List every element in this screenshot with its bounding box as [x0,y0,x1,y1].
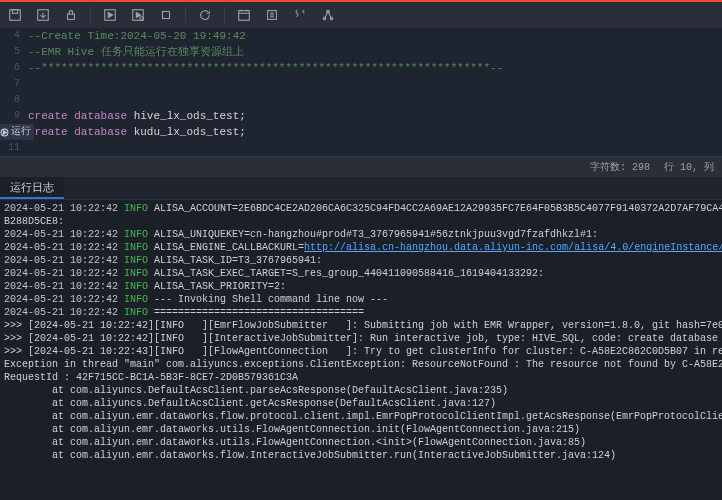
svg-rect-7 [163,12,170,19]
code-editor[interactable]: 4--Create Time:2024-05-20 19:49:425--EMR… [0,28,722,157]
schedule-icon[interactable] [235,6,253,24]
run-marked-icon[interactable] [129,6,147,24]
log-tabs: 运行日志 [0,177,722,200]
toolbar [0,0,722,28]
separator [185,7,186,23]
graph-icon[interactable] [319,6,337,24]
svg-rect-8 [239,11,250,21]
svg-rect-1 [12,10,17,14]
separator [90,7,91,23]
svg-rect-0 [10,10,21,21]
refresh-icon[interactable] [196,6,214,24]
tab-run-log[interactable]: 运行日志 [0,177,64,199]
submit-icon[interactable] [34,6,52,24]
format-icon[interactable] [291,6,309,24]
separator [224,7,225,23]
run-icon[interactable] [101,6,119,24]
char-count: 字符数: 298 [590,160,650,174]
log-output[interactable]: 2024-05-21 10:22:42 INFO ALISA_ACCOUNT=2… [0,200,722,462]
lock-icon[interactable] [62,6,80,24]
cursor-position: 行 10, 列 [664,160,714,174]
deploy-icon[interactable] [263,6,281,24]
status-bar: 字符数: 298 行 10, 列 [0,157,722,177]
save-icon[interactable] [6,6,24,24]
run-line-badge[interactable]: 运行 [0,124,34,140]
svg-rect-3 [68,14,75,19]
stop-icon[interactable] [157,6,175,24]
svg-point-6 [140,17,144,21]
